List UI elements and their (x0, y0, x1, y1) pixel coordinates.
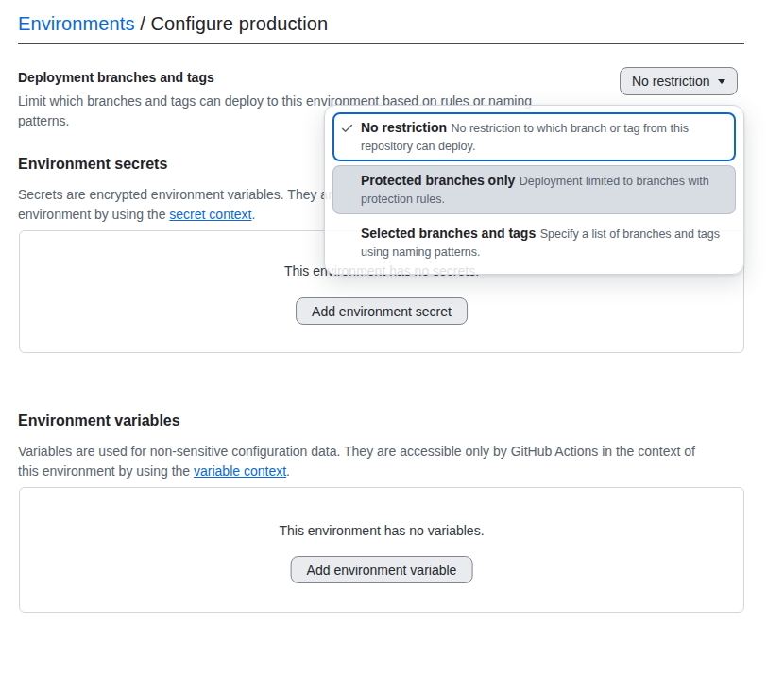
variables-description-line2-suffix: . (286, 464, 290, 479)
dropdown-option-title: Protected branches only (361, 173, 515, 188)
dropdown-option-protected-branches[interactable]: Protected branches only Deployment limit… (332, 165, 736, 214)
branch-restriction-select-label: No restriction (632, 74, 709, 89)
secrets-description-line2-suffix: . (251, 207, 255, 222)
variables-description-line2: this environment by using the variable c… (18, 462, 744, 481)
caret-down-icon (718, 79, 725, 84)
variables-description-line1: Variables are used for non-sensitive con… (18, 442, 744, 462)
variables-description-line2-prefix: this environment by using the (18, 464, 194, 479)
add-environment-secret-button[interactable]: Add environment secret (296, 297, 468, 325)
secret-context-link[interactable]: secret context (169, 207, 251, 222)
secrets-description-line2-prefix: environment by using the (18, 207, 169, 222)
breadcrumb: Environments / Configure production (18, 13, 328, 35)
check-spacer (340, 224, 361, 227)
secrets-section-title: Environment secrets (18, 156, 167, 173)
dropdown-option-title: Selected branches and tags (361, 226, 536, 241)
variables-empty-message: This environment has no variables. (20, 523, 743, 538)
breadcrumb-environments-link[interactable]: Environments (18, 13, 134, 34)
check-spacer (340, 171, 361, 174)
dropdown-option-selected-branches[interactable]: Selected branches and tags Specify a lis… (332, 218, 736, 267)
dropdown-option-no-restriction[interactable]: No restriction No restriction to which b… (332, 112, 736, 161)
variables-section-title: Environment variables (18, 413, 180, 430)
environment-settings-page: Environments / Configure production Depl… (0, 0, 784, 675)
dropdown-option-title: No restriction (361, 120, 447, 135)
breadcrumb-separator: / (134, 13, 150, 34)
add-environment-variable-button[interactable]: Add environment variable (291, 556, 473, 583)
check-icon (340, 118, 361, 135)
heading-divider (18, 43, 744, 44)
branch-restriction-select-button[interactable]: No restriction (620, 67, 738, 95)
branch-restriction-dropdown-menu: No restriction No restriction to which b… (324, 105, 744, 275)
deployment-section-title: Deployment branches and tags (18, 70, 214, 85)
page-title: Configure production (150, 13, 328, 34)
variables-description: Variables are used for non-sensitive con… (18, 442, 744, 481)
variable-context-link[interactable]: variable context (194, 464, 286, 479)
variables-empty-box: This environment has no variables. Add e… (19, 487, 744, 613)
